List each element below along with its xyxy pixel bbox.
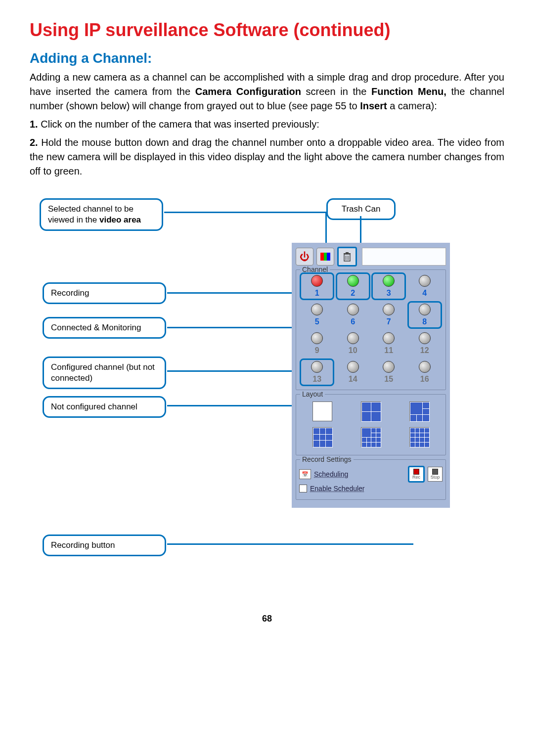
callout-connected: Connected & Monitoring <box>43 317 166 339</box>
channel-led <box>311 304 323 315</box>
svg-rect-8 <box>346 252 349 253</box>
channel-led <box>311 361 323 373</box>
intro-paragraph: Adding a new camera as a channel can be … <box>30 70 504 113</box>
svg-rect-2 <box>327 253 330 261</box>
channel-number: 9 <box>315 346 319 355</box>
layout-1[interactable] <box>312 401 332 421</box>
channel-led <box>383 332 395 344</box>
layout-16[interactable] <box>409 427 429 447</box>
channel-10[interactable]: 10 <box>337 331 369 356</box>
channel-number: 2 <box>351 289 355 298</box>
step-1: 1. Click on the number of the camera tha… <box>30 117 504 132</box>
channel-number: 14 <box>349 375 357 384</box>
channel-number: 12 <box>420 346 429 355</box>
layout-13[interactable] <box>361 427 381 447</box>
channel-number: 16 <box>420 375 429 384</box>
svg-rect-7 <box>344 253 351 254</box>
channel-4[interactable]: 4 <box>409 274 441 299</box>
channel-led <box>347 275 359 287</box>
channel-number: 4 <box>422 289 427 298</box>
color-button[interactable] <box>316 248 334 266</box>
channel-15[interactable]: 15 <box>373 360 404 385</box>
software-panel: ⏻ Channel 12345678910111213141516 Layout <box>292 243 450 508</box>
layout-4[interactable] <box>361 401 381 421</box>
channel-number: 10 <box>349 346 357 355</box>
channel-8[interactable]: 8 <box>407 301 442 329</box>
record-group: Record Settings 📅 Scheduling Rec Stop En… <box>296 459 446 500</box>
channel-6[interactable]: 6 <box>337 303 369 327</box>
channel-2[interactable]: 2 <box>336 272 370 300</box>
enable-scheduler-label: Enable Scheduler <box>310 485 365 492</box>
channel-11[interactable]: 11 <box>373 331 404 356</box>
channel-led <box>383 275 395 287</box>
enable-scheduler-checkbox[interactable] <box>299 485 307 492</box>
page-number: 68 <box>30 614 504 624</box>
channel-led <box>383 304 395 315</box>
channel-3[interactable]: 3 <box>371 272 406 300</box>
record-button[interactable]: Rec <box>408 466 425 483</box>
channel-led <box>311 332 323 344</box>
channel-number: 8 <box>422 317 427 326</box>
channel-number: 11 <box>384 346 393 355</box>
callout-recording: Recording <box>43 282 166 304</box>
channel-1[interactable]: 1 <box>300 272 334 300</box>
channel-led <box>419 361 431 373</box>
channel-led <box>419 304 431 315</box>
channel-number: 15 <box>384 375 393 384</box>
svg-rect-1 <box>324 253 327 261</box>
callout-configured: Configured channel (but not connected) <box>43 356 166 389</box>
channel-number: 6 <box>351 317 355 326</box>
channel-number: 13 <box>312 375 321 384</box>
section-subtitle: Adding a Channel: <box>30 50 504 66</box>
callout-notconfigured: Not configured channel <box>43 396 166 418</box>
channel-number: 3 <box>387 289 391 298</box>
scheduling-icon[interactable]: 📅 <box>299 469 311 479</box>
channel-led <box>347 332 359 344</box>
record-label: Record Settings <box>300 455 354 463</box>
channel-number: 7 <box>387 317 391 326</box>
diagram: Selected channel to be viewed in the vid… <box>30 198 504 604</box>
channel-led <box>383 361 395 373</box>
scheduling-link[interactable]: Scheduling <box>314 470 348 478</box>
channel-led <box>347 361 359 373</box>
channel-13[interactable]: 13 <box>300 358 334 386</box>
channel-12[interactable]: 12 <box>409 331 441 356</box>
callout-selected: Selected channel to be viewed in the vid… <box>40 198 163 231</box>
channel-number: 5 <box>315 317 319 326</box>
channel-group: Channel 12345678910111213141516 <box>296 269 446 390</box>
channel-led <box>419 332 431 344</box>
channel-number: 1 <box>315 289 319 298</box>
channel-5[interactable]: 5 <box>301 303 333 327</box>
channel-9[interactable]: 9 <box>301 331 333 356</box>
channel-7[interactable]: 7 <box>373 303 404 327</box>
toolbar-spacer <box>362 248 446 266</box>
channel-16[interactable]: 16 <box>409 360 441 385</box>
channel-14[interactable]: 14 <box>337 360 369 385</box>
step-2: 2. Hold the mouse button down and drag t… <box>30 135 504 178</box>
callout-recbutton: Recording button <box>43 534 166 556</box>
power-button[interactable]: ⏻ <box>296 248 313 266</box>
layout-6[interactable] <box>409 401 429 421</box>
layout-9[interactable] <box>312 427 332 447</box>
channel-led <box>347 304 359 315</box>
stop-button[interactable]: Stop <box>428 467 443 482</box>
page-title: Using IP surveillance Software (continue… <box>30 20 504 41</box>
trash-button[interactable] <box>337 247 357 267</box>
layout-group: Layout <box>296 394 446 455</box>
layout-label: Layout <box>300 390 325 398</box>
channel-led <box>311 275 323 287</box>
channel-led <box>419 275 431 287</box>
